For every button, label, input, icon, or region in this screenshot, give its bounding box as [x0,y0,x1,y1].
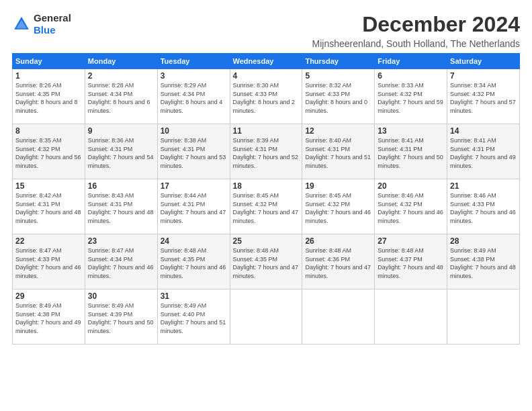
calendar-cell: 29Sunrise: 8:49 AM Sunset: 4:38 PM Dayli… [13,289,85,345]
calendar-header-row: SundayMondayTuesdayWednesdayThursdayFrid… [13,54,520,69]
day-number: 26 [305,236,371,246]
day-number: 23 [88,236,154,246]
day-number: 5 [305,71,371,81]
day-number: 2 [88,71,154,81]
day-info: Sunrise: 8:41 AM Sunset: 4:31 PM Dayligh… [378,136,444,170]
day-info: Sunrise: 8:47 AM Sunset: 4:33 PM Dayligh… [15,246,82,280]
logo-icon [12,15,31,34]
day-info: Sunrise: 8:40 AM Sunset: 4:31 PM Dayligh… [305,136,371,170]
calendar-cell: 1Sunrise: 8:26 AM Sunset: 4:35 PM Daylig… [13,69,85,124]
calendar-cell: 2Sunrise: 8:28 AM Sunset: 4:34 PM Daylig… [85,69,157,124]
calendar-cell [375,289,447,345]
calendar-cell: 21Sunrise: 8:46 AM Sunset: 4:33 PM Dayli… [447,179,520,234]
day-info: Sunrise: 8:29 AM Sunset: 4:34 PM Dayligh… [161,81,227,115]
day-info: Sunrise: 8:35 AM Sunset: 4:32 PM Dayligh… [15,136,82,170]
day-info: Sunrise: 8:49 AM Sunset: 4:39 PM Dayligh… [88,302,154,335]
day-number: 20 [378,181,444,191]
day-info: Sunrise: 8:49 AM Sunset: 4:40 PM Dayligh… [161,302,227,335]
calendar-cell: 15Sunrise: 8:42 AM Sunset: 4:31 PM Dayli… [13,179,85,234]
calendar-cell: 23Sunrise: 8:47 AM Sunset: 4:34 PM Dayli… [85,234,157,289]
day-number: 18 [233,181,300,191]
day-info: Sunrise: 8:45 AM Sunset: 4:32 PM Dayligh… [233,191,300,225]
calendar-header-saturday: Saturday [447,54,520,69]
day-number: 16 [88,181,154,191]
day-number: 3 [161,71,227,81]
day-number: 22 [15,236,82,246]
day-number: 11 [233,126,300,136]
day-number: 7 [450,71,517,81]
day-number: 30 [88,291,154,301]
calendar-cell: 25Sunrise: 8:48 AM Sunset: 4:35 PM Dayli… [230,234,302,289]
calendar-week-1: 1Sunrise: 8:26 AM Sunset: 4:35 PM Daylig… [13,69,520,124]
day-number: 1 [15,71,82,81]
day-number: 21 [450,181,517,191]
calendar-cell: 14Sunrise: 8:41 AM Sunset: 4:31 PM Dayli… [447,124,520,179]
day-number: 12 [305,126,371,136]
day-info: Sunrise: 8:47 AM Sunset: 4:34 PM Dayligh… [88,246,154,280]
day-info: Sunrise: 8:32 AM Sunset: 4:33 PM Dayligh… [305,81,371,115]
day-info: Sunrise: 8:36 AM Sunset: 4:31 PM Dayligh… [88,136,154,170]
calendar-week-5: 29Sunrise: 8:49 AM Sunset: 4:38 PM Dayli… [13,289,520,345]
calendar-cell: 17Sunrise: 8:44 AM Sunset: 4:31 PM Dayli… [157,179,230,234]
calendar-cell [230,289,302,345]
day-info: Sunrise: 8:28 AM Sunset: 4:34 PM Dayligh… [88,81,154,115]
day-number: 29 [15,291,82,301]
day-info: Sunrise: 8:30 AM Sunset: 4:33 PM Dayligh… [233,81,300,115]
calendar-cell: 4Sunrise: 8:30 AM Sunset: 4:33 PM Daylig… [230,69,302,124]
day-info: Sunrise: 8:45 AM Sunset: 4:32 PM Dayligh… [305,191,371,225]
day-number: 27 [378,236,444,246]
main-title: December 2024 [312,12,521,37]
calendar-cell: 26Sunrise: 8:48 AM Sunset: 4:36 PM Dayli… [302,234,375,289]
logo-blue: Blue [34,24,56,36]
calendar-week-4: 22Sunrise: 8:47 AM Sunset: 4:33 PM Dayli… [13,234,520,289]
calendar-header-wednesday: Wednesday [230,54,302,69]
calendar-cell: 28Sunrise: 8:49 AM Sunset: 4:38 PM Dayli… [447,234,520,289]
title-block: December 2024 Mijnsheerenland, South Hol… [312,12,521,49]
day-info: Sunrise: 8:42 AM Sunset: 4:31 PM Dayligh… [15,191,82,225]
day-number: 17 [161,181,227,191]
calendar-cell: 8Sunrise: 8:35 AM Sunset: 4:32 PM Daylig… [13,124,85,179]
calendar-table: SundayMondayTuesdayWednesdayThursdayFrid… [12,53,520,345]
calendar-cell: 7Sunrise: 8:34 AM Sunset: 4:32 PM Daylig… [447,69,520,124]
day-info: Sunrise: 8:38 AM Sunset: 4:31 PM Dayligh… [161,136,227,170]
header: General Blue December 2024 Mijnsheerenla… [12,12,520,49]
calendar-week-2: 8Sunrise: 8:35 AM Sunset: 4:32 PM Daylig… [13,124,520,179]
calendar-cell: 24Sunrise: 8:48 AM Sunset: 4:35 PM Dayli… [157,234,230,289]
calendar-cell: 22Sunrise: 8:47 AM Sunset: 4:33 PM Dayli… [13,234,85,289]
calendar-cell [302,289,375,345]
day-info: Sunrise: 8:43 AM Sunset: 4:31 PM Dayligh… [88,191,154,225]
calendar-cell: 16Sunrise: 8:43 AM Sunset: 4:31 PM Dayli… [85,179,157,234]
day-info: Sunrise: 8:44 AM Sunset: 4:31 PM Dayligh… [161,191,227,225]
calendar-cell: 13Sunrise: 8:41 AM Sunset: 4:31 PM Dayli… [375,124,447,179]
calendar-cell [447,289,520,345]
day-number: 31 [161,291,227,301]
calendar-cell: 27Sunrise: 8:48 AM Sunset: 4:37 PM Dayli… [375,234,447,289]
calendar-cell: 18Sunrise: 8:45 AM Sunset: 4:32 PM Dayli… [230,179,302,234]
day-number: 4 [233,71,300,81]
day-info: Sunrise: 8:26 AM Sunset: 4:35 PM Dayligh… [15,81,82,115]
day-info: Sunrise: 8:41 AM Sunset: 4:31 PM Dayligh… [450,136,517,170]
day-info: Sunrise: 8:34 AM Sunset: 4:32 PM Dayligh… [450,81,517,115]
subtitle: Mijnsheerenland, South Holland, The Neth… [312,38,521,49]
day-info: Sunrise: 8:46 AM Sunset: 4:32 PM Dayligh… [378,191,444,225]
day-number: 25 [233,236,300,246]
calendar-cell: 30Sunrise: 8:49 AM Sunset: 4:39 PM Dayli… [85,289,157,345]
day-info: Sunrise: 8:46 AM Sunset: 4:33 PM Dayligh… [450,191,517,225]
calendar-cell: 31Sunrise: 8:49 AM Sunset: 4:40 PM Dayli… [157,289,230,345]
calendar-cell: 11Sunrise: 8:39 AM Sunset: 4:31 PM Dayli… [230,124,302,179]
day-number: 24 [161,236,227,246]
calendar-cell: 6Sunrise: 8:33 AM Sunset: 4:32 PM Daylig… [375,69,447,124]
day-number: 6 [378,71,444,81]
day-info: Sunrise: 8:48 AM Sunset: 4:35 PM Dayligh… [233,246,300,280]
page: General Blue December 2024 Mijnsheerenla… [0,0,532,351]
day-number: 8 [15,126,82,136]
day-info: Sunrise: 8:33 AM Sunset: 4:32 PM Dayligh… [378,81,444,115]
calendar-week-3: 15Sunrise: 8:42 AM Sunset: 4:31 PM Dayli… [13,179,520,234]
day-info: Sunrise: 8:49 AM Sunset: 4:38 PM Dayligh… [15,302,82,335]
calendar-cell: 10Sunrise: 8:38 AM Sunset: 4:31 PM Dayli… [157,124,230,179]
calendar-cell: 19Sunrise: 8:45 AM Sunset: 4:32 PM Dayli… [302,179,375,234]
day-number: 14 [450,126,517,136]
day-number: 28 [450,236,517,246]
logo-general: General [34,12,71,24]
calendar-cell: 3Sunrise: 8:29 AM Sunset: 4:34 PM Daylig… [157,69,230,124]
